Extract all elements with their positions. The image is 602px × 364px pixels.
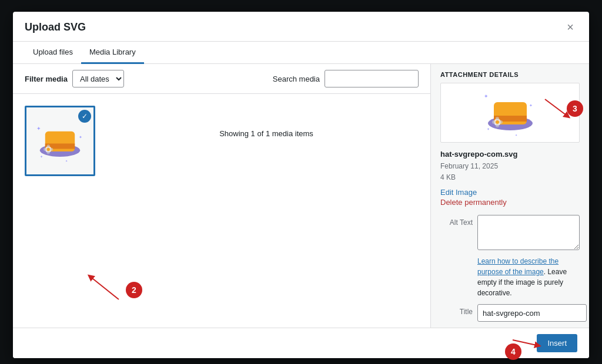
- selection-checkmark: ✓: [78, 110, 91, 123]
- attachment-details-header: ATTACHMENT DETAILS: [431, 64, 589, 83]
- svg-point-27: [496, 124, 499, 127]
- close-button[interactable]: ×: [563, 20, 577, 34]
- attachment-thumbnail: ✦ ✦ ✦ ✦: [440, 83, 580, 143]
- modal-body: Filter media All dates Search media: [13, 64, 589, 328]
- svg-text:✦: ✦: [79, 134, 82, 140]
- svg-point-11: [47, 144, 50, 147]
- svg-text:✦: ✦: [487, 127, 490, 131]
- media-grid: ✦ ✦ ✦ ✦: [13, 94, 430, 328]
- media-content-area: Filter media All dates Search media: [13, 64, 430, 328]
- media-count-area: Showing 1 of 1 media items: [102, 106, 419, 138]
- attachment-filename: hat-svgrepo-com.svg: [440, 150, 580, 159]
- media-count-text: Showing 1 of 1 media items: [219, 129, 313, 138]
- attachment-info: hat-svgrepo-com.svg February 11, 2025 4 …: [431, 150, 589, 208]
- title-label: Title: [440, 304, 473, 316]
- media-item[interactable]: ✦ ✦ ✦ ✦: [25, 106, 95, 176]
- attachment-date: February 11, 2025 4 KB: [440, 161, 580, 183]
- tab-media-library[interactable]: Media Library: [81, 42, 144, 64]
- tab-bar: Upload files Media Library: [13, 42, 589, 64]
- date-filter-select[interactable]: All dates: [72, 70, 124, 87]
- svg-text:✦: ✦: [529, 103, 533, 107]
- svg-point-9: [44, 148, 46, 151]
- svg-text:✦: ✦: [515, 133, 517, 137]
- title-row: Title: [440, 304, 580, 322]
- svg-point-26: [496, 117, 499, 120]
- alt-text-help: Learn how to describe the purpose of the…: [477, 257, 567, 297]
- modal-title: Upload SVG: [25, 21, 86, 33]
- title-input[interactable]: [477, 304, 587, 322]
- edit-image-link[interactable]: Edit Image: [440, 188, 580, 197]
- attachment-fields: Alt Text Learn how to describe the purpo…: [431, 208, 589, 328]
- attachment-sidebar: ATTACHMENT DETAILS ✦ ✦ ✦ ✦: [430, 64, 589, 328]
- svg-point-8: [47, 148, 50, 151]
- svg-text:✦: ✦: [484, 93, 489, 99]
- upload-svg-modal: Upload SVG × Upload files Media Library …: [13, 12, 589, 358]
- annotation-4: 4: [505, 343, 521, 360]
- search-group: Search media: [273, 70, 419, 87]
- insert-button[interactable]: Insert: [537, 334, 577, 352]
- svg-text:✦: ✦: [36, 126, 41, 132]
- filter-label: Filter media: [25, 75, 68, 83]
- search-media-input[interactable]: [325, 70, 419, 87]
- alt-text-row: Alt Text: [440, 215, 580, 250]
- search-media-label: Search media: [273, 75, 320, 83]
- delete-permanently-link[interactable]: Delete permanently: [440, 198, 580, 207]
- svg-text:✦: ✦: [40, 154, 43, 159]
- modal-footer: Insert 4: [13, 328, 589, 358]
- media-toolbar: Filter media All dates Search media: [13, 64, 430, 94]
- modal-header: Upload SVG ×: [13, 12, 589, 42]
- tab-upload-files[interactable]: Upload files: [25, 42, 81, 64]
- svg-line-31: [513, 340, 539, 346]
- filter-group: Filter media All dates: [25, 70, 124, 87]
- svg-point-24: [492, 120, 496, 124]
- alt-text-input[interactable]: [477, 215, 580, 250]
- svg-point-10: [50, 148, 53, 151]
- svg-point-23: [496, 120, 499, 124]
- svg-point-25: [499, 120, 503, 124]
- svg-text:✦: ✦: [65, 159, 68, 163]
- svg-point-12: [47, 151, 50, 154]
- alt-text-label: Alt Text: [440, 215, 473, 227]
